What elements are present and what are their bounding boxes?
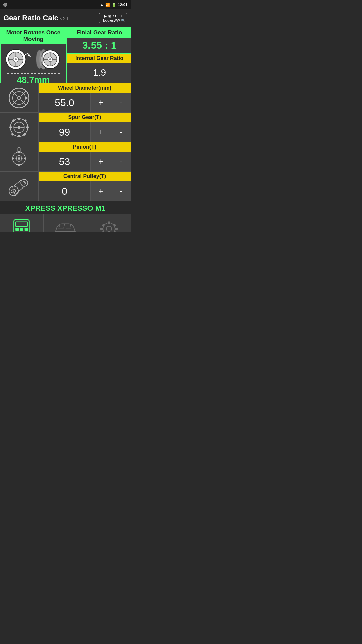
app-version: v2.1 <box>60 16 69 21</box>
internal-ratio-input[interactable] <box>67 63 131 83</box>
status-bar: ▲ 📶 🔋 12:01 <box>0 0 131 9</box>
svg-line-26 <box>12 91 17 96</box>
status-left <box>3 3 7 7</box>
pinion-minus-btn[interactable]: - <box>111 152 131 171</box>
spur-gear-input-row: 99 + - <box>39 122 131 142</box>
twitter-icon: t <box>115 14 116 18</box>
svg-rect-52 <box>12 157 14 159</box>
pinion-row: Pinion(T) 53 + - <box>0 142 131 172</box>
title-area: Gear Ratio Calc v2.1 <box>3 14 68 22</box>
distance-value: 48.7mm <box>17 75 50 85</box>
google-icon: G+ <box>117 14 122 18</box>
car-icon-cell[interactable] <box>44 214 87 232</box>
svg-rect-51 <box>18 164 20 166</box>
pinion-controls: Pinion(T) 53 + - <box>39 142 131 171</box>
social-brand: HobbiesWW 🔍 <box>101 19 125 22</box>
social-bar[interactable]: ▶ ◉ f t G+ HobbiesWW 🔍 <box>99 13 127 23</box>
facebook-icon: f <box>113 14 114 18</box>
top-section: Motor Rotates Once Moving <box>0 27 131 83</box>
spur-gear-value: 99 <box>39 122 90 142</box>
wheel-diameter-minus-btn[interactable]: - <box>111 93 131 112</box>
svg-rect-93 <box>102 224 105 227</box>
bottom-section: XPRESS XPRESSO M1 <box>0 201 131 232</box>
spur-gear-row: Spur Gear(T) 99 + - <box>0 113 131 142</box>
svg-marker-8 <box>28 54 31 57</box>
model-name: XPRESS XPRESSO M1 <box>0 204 131 213</box>
central-pulley-icon-cell <box>0 172 39 201</box>
central-pulley-value: 0 <box>39 181 90 201</box>
distance-line <box>7 73 60 74</box>
svg-line-27 <box>21 100 26 105</box>
wheel-icon <box>7 86 31 110</box>
svg-line-66 <box>14 180 21 186</box>
central-pulley-minus-btn[interactable]: - <box>111 181 131 201</box>
app-header: Gear Ratio Calc v2.1 ▶ ◉ f t G+ HobbiesW… <box>0 9 131 27</box>
wheel-illustration <box>2 46 64 71</box>
svg-point-33 <box>18 126 21 129</box>
svg-point-69 <box>12 186 13 188</box>
calculator-icon <box>12 218 31 232</box>
social-icons: ▶ ◉ f t G+ <box>104 14 122 18</box>
svg-rect-92 <box>115 228 118 230</box>
svg-point-13 <box>49 58 51 60</box>
pinion-plus-btn[interactable]: + <box>90 152 111 171</box>
bottom-icons <box>0 214 131 232</box>
svg-point-65 <box>24 182 25 183</box>
battery-icon: 🔋 <box>112 3 116 7</box>
central-pulley-row: Central Pulley(T) 0 + - <box>0 172 131 201</box>
svg-point-49 <box>18 157 20 159</box>
controls-section: Wheel Diameter(mm) 55.0 + - <box>0 83 131 201</box>
wheel-icon-cell <box>0 83 39 112</box>
central-pulley-label: Central Pulley(T) <box>39 172 131 181</box>
settings-icon <box>96 218 122 232</box>
motor-panel: Motor Rotates Once Moving <box>0 27 67 83</box>
wheel-area <box>1 44 66 73</box>
svg-rect-95 <box>113 224 116 227</box>
svg-point-68 <box>11 189 12 191</box>
svg-point-71 <box>15 189 16 191</box>
internal-ratio-label: Internal Gear Ratio <box>67 54 131 63</box>
calculator-icon-cell[interactable] <box>0 214 44 232</box>
svg-rect-91 <box>100 228 103 230</box>
app-title: Gear Ratio Calc <box>3 14 58 22</box>
wifi-icon: ▲ <box>100 3 104 7</box>
signal-icon: 📶 <box>105 3 110 7</box>
svg-point-3 <box>15 58 17 60</box>
car-icon <box>52 218 79 232</box>
spur-gear-plus-btn[interactable]: + <box>90 122 111 142</box>
settings-icon-cell[interactable] <box>87 214 131 232</box>
wheel-diameter-row: Wheel Diameter(mm) 55.0 + - <box>0 83 131 113</box>
gear-ratio-value: 3.55 : 1 <box>67 38 131 53</box>
central-pulley-plus-btn[interactable]: + <box>90 181 111 201</box>
svg-rect-75 <box>15 222 28 226</box>
wheel-diameter-input-row: 55.0 + - <box>39 93 131 112</box>
central-pulley-controls: Central Pulley(T) 0 + - <box>39 172 131 201</box>
spur-gear-controls: Spur Gear(T) 99 + - <box>39 113 131 142</box>
spur-gear-label: Spur Gear(T) <box>39 113 131 122</box>
svg-marker-30 <box>25 96 28 99</box>
spur-gear-minus-btn[interactable]: - <box>111 122 131 142</box>
wheel-diameter-plus-btn[interactable]: + <box>90 93 111 112</box>
svg-rect-76 <box>15 228 19 231</box>
svg-rect-40 <box>24 119 27 122</box>
svg-point-87 <box>103 223 115 232</box>
wheel-diameter-label: Wheel Diameter(mm) <box>39 83 131 93</box>
instagram-icon: ◉ <box>108 14 111 18</box>
clock: 12:01 <box>118 3 127 7</box>
central-pulley-icon <box>7 175 31 198</box>
svg-rect-78 <box>25 228 28 231</box>
internal-ratio-panel[interactable]: Internal Gear Ratio <box>67 54 131 83</box>
pinion-label: Pinion(T) <box>39 142 131 152</box>
gear-ratio-panel: Finial Gear Ratio 3.55 : 1 <box>67 27 131 54</box>
pinion-icon <box>7 145 31 169</box>
status-right: ▲ 📶 🔋 12:01 <box>100 3 127 7</box>
svg-point-72 <box>14 192 15 194</box>
search-icon: 🔍 <box>121 19 125 22</box>
svg-point-70 <box>14 186 16 188</box>
central-pulley-input-row: 0 + - <box>39 181 131 201</box>
youtube-icon: ▶ <box>104 14 107 18</box>
svg-point-21 <box>17 96 21 100</box>
wheel-diameter-controls: Wheel Diameter(mm) 55.0 + - <box>39 83 131 112</box>
svg-point-88 <box>106 226 112 232</box>
svg-line-29 <box>12 100 17 105</box>
